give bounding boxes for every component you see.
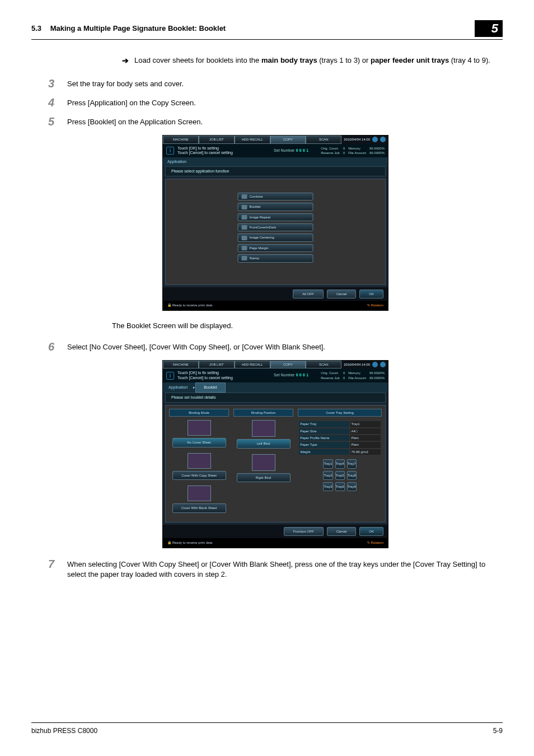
menu-image-centering[interactable]: Image Centering xyxy=(238,234,313,241)
tab-copy[interactable]: COPY xyxy=(270,136,306,143)
tab-machine[interactable]: MACHINE xyxy=(163,136,199,143)
paper-info-table: Paper TrayTray1 Paper SizeA4□ Paper Prof… xyxy=(298,420,382,456)
opt-no-cover-sheet[interactable]: No Cover Sheet xyxy=(172,438,226,447)
status-file-label: File Amount xyxy=(348,151,366,155)
tab-joblist-2[interactable]: JOB LIST xyxy=(199,361,235,368)
menu-booklet[interactable]: Booklet xyxy=(238,203,313,211)
thumb-nocover xyxy=(188,420,211,436)
info-icon[interactable] xyxy=(372,137,378,142)
status-res-label: Reserve Job xyxy=(321,151,340,155)
step-number-7: 7 xyxy=(48,558,67,570)
info-badge-icon: i xyxy=(166,147,174,155)
help-icon[interactable] xyxy=(380,137,386,142)
section-title: Making a Multiple Page Signature Booklet… xyxy=(50,24,226,32)
status-file-value: 99.0000% xyxy=(369,151,385,155)
ok-button[interactable]: OK xyxy=(359,290,383,298)
footer-product: bizhub PRESS C8000 xyxy=(31,726,97,736)
after-step5-text: The Booklet Screen will be displayed. xyxy=(112,321,503,331)
rotation-label-2: Rotation xyxy=(371,541,383,544)
step-text-6: Select [No Cover Sheet], [Cover With Cop… xyxy=(67,341,503,352)
setnum-value-2: 0001 xyxy=(296,373,310,377)
crumb-application[interactable]: Application xyxy=(163,383,193,392)
ready-label: Ready to receive print data xyxy=(172,304,213,307)
tray-3[interactable]: Tray3 xyxy=(323,482,332,491)
thumb-leftbind xyxy=(252,420,275,437)
setnum-value: 0001 xyxy=(296,148,310,153)
opt-cover-copy-sheet[interactable]: Cover With Copy Sheet xyxy=(172,471,226,480)
setnum-label-2: Set Number xyxy=(274,373,294,377)
col-binding-mode: Binding Mode xyxy=(169,409,229,417)
tray-2[interactable]: Tray2 xyxy=(323,471,332,480)
tray-8[interactable]: Tray8 xyxy=(347,471,357,480)
step-number-6: 6 xyxy=(48,341,67,352)
step-text-5: Press [Booklet] on the Application Scree… xyxy=(67,116,503,127)
tray-6[interactable]: Tray6 xyxy=(335,482,345,491)
opt-cover-blank-sheet[interactable]: Cover With Blank Sheet xyxy=(172,503,226,512)
sub-bar-2: Please set booklet details xyxy=(165,393,386,403)
opt-left-bind[interactable]: Left Bind xyxy=(237,439,291,448)
cancel-button-2[interactable]: Cancel xyxy=(327,527,357,536)
setnum-label: Set Number xyxy=(274,148,294,152)
datetime-label-2: 2010/04/04 14:00 xyxy=(344,362,370,367)
app-bar: Application xyxy=(163,157,388,166)
tray-4[interactable]: Tray4 xyxy=(335,459,345,468)
tray-9[interactable]: Tray9 xyxy=(347,482,357,491)
footer-page: 5-9 xyxy=(493,726,503,736)
tab-hddrecall-2[interactable]: HDD RECALL xyxy=(235,361,270,368)
status-mem-label: Memory xyxy=(348,147,360,150)
thumb-rightbind xyxy=(252,454,275,471)
step-text-3: Set the tray for body sets and cover. xyxy=(67,78,503,89)
tab-machine-2[interactable]: MACHINE xyxy=(163,361,199,368)
status-mem-value: 99.9920% xyxy=(369,147,385,150)
step-text-7: When selecting [Cover With Copy Sheet] o… xyxy=(67,558,503,580)
info-icon-2[interactable] xyxy=(372,362,378,367)
status-res-value: 0 xyxy=(343,151,345,155)
alloff-button[interactable]: All OFF xyxy=(293,290,323,298)
menu-page-margin[interactable]: Page Margin xyxy=(238,244,313,252)
datetime-label: 2010/04/04 14:00 xyxy=(344,137,370,142)
function-off-button[interactable]: Function OFF xyxy=(284,527,324,536)
tab-scan[interactable]: SCAN xyxy=(306,136,341,143)
col-cover-tray: Cover Tray Setting xyxy=(298,409,382,417)
tab-hddrecall[interactable]: HDD RECALL xyxy=(235,136,270,143)
crumb-booklet: Booklet xyxy=(195,382,225,393)
help-icon-2[interactable] xyxy=(380,362,386,367)
tab-joblist[interactable]: JOB LIST xyxy=(199,136,235,143)
chapter-badge: 5 xyxy=(475,20,503,37)
cancel-button[interactable]: Cancel xyxy=(327,290,357,298)
tab-scan-2[interactable]: SCAN xyxy=(306,361,341,368)
menu-combine[interactable]: Combine xyxy=(238,193,313,200)
application-screen: MACHINE JOB LIST HDD RECALL COPY SCAN 20… xyxy=(162,135,388,311)
intro-text: Load cover sheets for booklets into the … xyxy=(134,55,503,66)
tray-7[interactable]: Tray7 xyxy=(347,459,357,468)
menu-image-repeat[interactable]: Image Repeat xyxy=(238,213,313,221)
step-number-5: 5 xyxy=(48,116,67,127)
thumb-copysheet xyxy=(188,453,211,469)
ok-button-2[interactable]: OK xyxy=(359,527,383,536)
msg-line1: Touch [OK] to fix setting xyxy=(177,146,233,151)
menu-stamp[interactable]: Stamp xyxy=(238,254,313,262)
tray-5[interactable]: Tray5 xyxy=(335,471,345,480)
status-orig-label: Orig. Count xyxy=(321,147,338,150)
step-number-4: 4 xyxy=(48,97,67,108)
col-binding-position: Binding Position xyxy=(233,409,293,417)
msg-line1-2: Touch [OK] to fix setting xyxy=(177,371,233,375)
step-number-3: 3 xyxy=(48,78,67,89)
sub-bar: Please select application function xyxy=(165,166,386,176)
msg-line2-2: Touch [Cancel] to cancel setting xyxy=(177,376,233,380)
status-orig-value: 0 xyxy=(343,147,345,150)
opt-right-bind[interactable]: Right Bind xyxy=(237,473,291,482)
thumb-blanksheet xyxy=(188,486,211,501)
msg-line2: Touch [Cancel] to cancel setting xyxy=(177,151,233,155)
booklet-screen: MACHINE JOB LIST HDD RECALL COPY SCAN 20… xyxy=(162,360,388,548)
section-number: 5.3 xyxy=(31,24,41,32)
step-text-4: Press [Application] on the Copy Screen. xyxy=(67,97,503,108)
arrow-icon: ➔ xyxy=(122,55,129,67)
rotation-label: Rotation xyxy=(371,304,383,307)
ready-label-2: Ready to receive print data xyxy=(172,541,213,544)
info-badge-icon-2: i xyxy=(166,372,174,380)
tab-copy-2[interactable]: COPY xyxy=(270,361,306,368)
menu-frontcover[interactable]: FrontCoverInDark xyxy=(238,223,313,231)
tray-1[interactable]: Tray1 xyxy=(323,459,332,468)
